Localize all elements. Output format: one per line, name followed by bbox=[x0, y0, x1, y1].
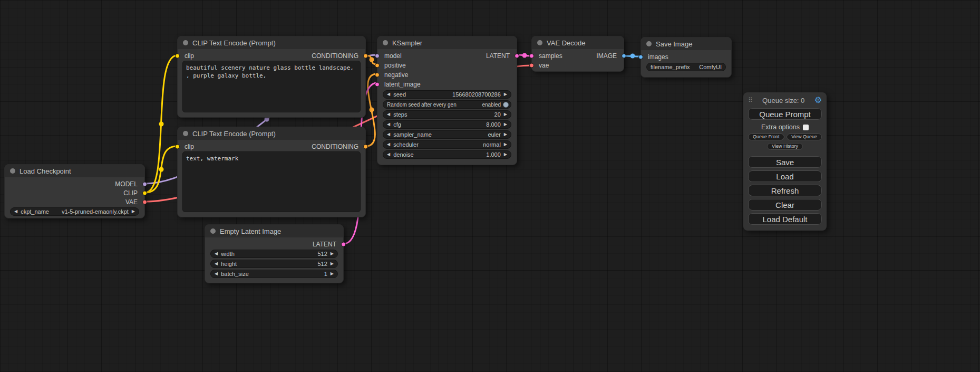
arrow-right-icon[interactable]: ▶ bbox=[504, 122, 507, 127]
node-vae-decode[interactable]: VAE Decode samples IMAGE vae bbox=[531, 36, 624, 72]
arrow-left-icon[interactable]: ◀ bbox=[387, 122, 390, 127]
conditioning-output-dot[interactable] bbox=[363, 54, 368, 59]
positive-input-dot[interactable] bbox=[375, 63, 380, 68]
input-label: negative bbox=[384, 71, 408, 79]
extra-options-checkbox[interactable] bbox=[803, 125, 809, 130]
prompt-textarea[interactable]: text, watermark bbox=[182, 151, 361, 212]
collapse-dot-icon[interactable] bbox=[383, 40, 388, 45]
collapse-dot-icon[interactable] bbox=[537, 40, 542, 45]
clear-button[interactable]: Clear bbox=[748, 199, 822, 211]
node-save-image[interactable]: Save Image images filename_prefix ComfyU… bbox=[641, 37, 732, 78]
latent-output-dot[interactable] bbox=[341, 242, 346, 246]
arrow-left-icon[interactable]: ◀ bbox=[387, 112, 390, 117]
node-clip-text-encode-negative[interactable]: CLIP Text Encode (Prompt) clip CONDITION… bbox=[177, 127, 366, 217]
random-seed-widget[interactable]: Random seed after every gen enabled bbox=[383, 100, 511, 109]
ckpt-name-widget[interactable]: ◀ ckpt_name v1-5-pruned-emaonly.ckpt ▶ bbox=[10, 207, 139, 216]
node-clip-text-encode-positive[interactable]: CLIP Text Encode (Prompt) clip CONDITION… bbox=[177, 36, 366, 118]
denoise-widget[interactable]: ◀ denoise 1.000 ▶ bbox=[383, 150, 511, 159]
width-widget[interactable]: ◀ width 512 ▶ bbox=[210, 250, 338, 258]
arrow-right-icon[interactable]: ▶ bbox=[504, 152, 507, 157]
arrow-left-icon[interactable]: ◀ bbox=[215, 252, 218, 256]
refresh-button[interactable]: Refresh bbox=[748, 185, 822, 196]
arrow-left-icon[interactable]: ◀ bbox=[14, 209, 17, 214]
drag-handle-icon[interactable]: ⠿ bbox=[748, 97, 753, 104]
link-midpoint-dot bbox=[159, 122, 164, 127]
node-empty-latent-image[interactable]: Empty Latent Image LATENT ◀ width 512 ▶ … bbox=[205, 224, 344, 283]
arrow-right-icon[interactable]: ▶ bbox=[331, 252, 334, 256]
load-default-button[interactable]: Load Default bbox=[748, 213, 822, 225]
arrow-left-icon[interactable]: ◀ bbox=[215, 262, 218, 266]
view-queue-button[interactable]: View Queue bbox=[787, 133, 822, 140]
widget-label: ckpt_name bbox=[21, 208, 49, 215]
node-title-bar[interactable]: CLIP Text Encode (Prompt) bbox=[178, 36, 365, 49]
cfg-widget[interactable]: ◀ cfg 8.000 ▶ bbox=[383, 120, 511, 129]
negative-input-dot[interactable] bbox=[375, 73, 380, 78]
queue-prompt-button[interactable]: Queue Prompt bbox=[748, 108, 822, 120]
node-title-bar[interactable]: VAE Decode bbox=[532, 36, 624, 49]
filename-prefix-widget[interactable]: filename_prefix ComfyUI bbox=[646, 63, 726, 71]
collapse-dot-icon[interactable] bbox=[210, 228, 216, 234]
widget-value: 156680208700286 bbox=[409, 91, 501, 98]
widget-value: 512 bbox=[238, 251, 327, 257]
arrow-right-icon[interactable]: ▶ bbox=[504, 112, 507, 117]
clip-input-dot[interactable] bbox=[175, 145, 180, 149]
random-seed-toggle[interactable] bbox=[503, 102, 509, 108]
collapse-dot-icon[interactable] bbox=[10, 168, 15, 174]
collapse-dot-icon[interactable] bbox=[183, 40, 188, 45]
arrow-right-icon[interactable]: ▶ bbox=[331, 272, 334, 276]
settings-gear-icon[interactable]: ⚙ bbox=[814, 96, 822, 104]
model-output-dot[interactable] bbox=[142, 182, 147, 186]
input-label: vae bbox=[539, 62, 549, 69]
queue-front-button[interactable]: Queue Front bbox=[748, 133, 784, 140]
node-ksampler[interactable]: KSampler model LATENT positive negative … bbox=[377, 36, 517, 165]
arrow-right-icon[interactable]: ▶ bbox=[331, 262, 334, 266]
samples-input-dot[interactable] bbox=[529, 54, 534, 59]
arrow-left-icon[interactable]: ◀ bbox=[387, 132, 390, 137]
widget-label: batch_size bbox=[221, 271, 249, 277]
workflow-buttons-group: Save Load Refresh Clear Load Default bbox=[748, 156, 822, 225]
node-title: Save Image bbox=[656, 40, 692, 48]
collapse-dot-icon[interactable] bbox=[646, 41, 652, 46]
arrow-left-icon[interactable]: ◀ bbox=[215, 272, 218, 276]
queue-menu-panel[interactable]: ⠿ Queue size: 0 ⚙ Queue Prompt Extra opt… bbox=[743, 92, 827, 231]
output-label: LATENT bbox=[313, 241, 336, 248]
vae-output-dot[interactable] bbox=[142, 199, 147, 204]
node-title-bar[interactable]: Load Checkpoint bbox=[5, 165, 144, 177]
collapse-dot-icon[interactable] bbox=[183, 131, 188, 136]
sampler-name-widget[interactable]: ◀ sampler_name euler ▶ bbox=[383, 130, 511, 139]
steps-widget[interactable]: ◀ steps 20 ▶ bbox=[383, 110, 511, 119]
node-load-checkpoint[interactable]: Load Checkpoint MODEL CLIP VAE ◀ ckpt_na… bbox=[4, 164, 145, 218]
arrow-right-icon[interactable]: ▶ bbox=[504, 92, 507, 97]
input-label: images bbox=[648, 53, 668, 61]
height-widget[interactable]: ◀ height 512 ▶ bbox=[210, 260, 338, 268]
images-input-dot[interactable] bbox=[638, 55, 643, 60]
clip-input-dot[interactable] bbox=[175, 54, 180, 59]
latent-output-dot[interactable] bbox=[515, 54, 519, 59]
widget-label: steps bbox=[393, 111, 407, 118]
node-title-bar[interactable]: Empty Latent Image bbox=[205, 225, 343, 237]
image-output-dot[interactable] bbox=[622, 54, 626, 59]
input-label: model bbox=[384, 52, 402, 60]
scheduler-widget[interactable]: ◀ scheduler normal ▶ bbox=[383, 140, 511, 149]
node-title: VAE Decode bbox=[547, 39, 585, 47]
conditioning-output-dot[interactable] bbox=[363, 145, 368, 149]
seed-widget[interactable]: ◀ seed 156680208700286 ▶ bbox=[383, 90, 511, 99]
view-history-button[interactable]: View History bbox=[767, 143, 803, 150]
arrow-left-icon[interactable]: ◀ bbox=[387, 142, 390, 147]
clip-output-dot[interactable] bbox=[142, 190, 147, 195]
arrow-right-icon[interactable]: ▶ bbox=[504, 142, 507, 147]
node-title-bar[interactable]: CLIP Text Encode (Prompt) bbox=[178, 127, 365, 140]
load-button[interactable]: Load bbox=[748, 170, 822, 182]
model-input-dot[interactable] bbox=[375, 54, 380, 59]
batch-size-widget[interactable]: ◀ batch_size 1 ▶ bbox=[210, 270, 338, 278]
latent-image-input-dot[interactable] bbox=[375, 82, 380, 87]
arrow-right-icon[interactable]: ▶ bbox=[504, 132, 507, 137]
arrow-left-icon[interactable]: ◀ bbox=[387, 92, 390, 97]
vae-input-dot[interactable] bbox=[529, 63, 534, 68]
arrow-left-icon[interactable]: ◀ bbox=[387, 152, 390, 157]
prompt-textarea[interactable]: beautiful scenery nature glass bottle la… bbox=[182, 61, 361, 112]
arrow-right-icon[interactable]: ▶ bbox=[132, 209, 135, 214]
node-title-bar[interactable]: Save Image bbox=[641, 37, 731, 50]
save-button[interactable]: Save bbox=[748, 156, 822, 168]
node-title-bar[interactable]: KSampler bbox=[377, 36, 517, 49]
